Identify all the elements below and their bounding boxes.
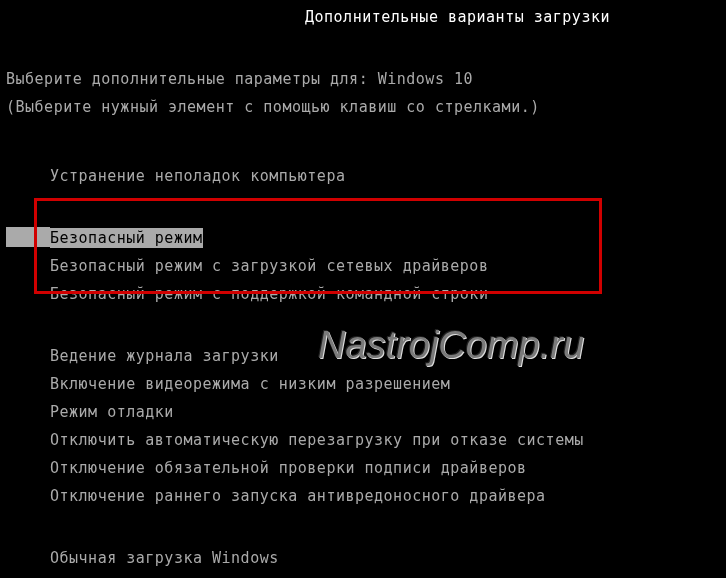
option-repair-computer[interactable]: Устранение неполадок компьютера — [6, 162, 584, 190]
option-debug-mode[interactable]: Режим отладки — [6, 398, 584, 426]
option-low-res-video[interactable]: Включение видеорежима с низким разрешени… — [6, 370, 584, 398]
option-safe-mode-networking[interactable]: Безопасный режим с загрузкой сетевых дра… — [6, 252, 584, 280]
option-safe-mode-command-prompt[interactable]: Безопасный режим с поддержкой командной … — [6, 280, 584, 308]
option-disable-driver-sig[interactable]: Отключение обязательной проверки подписи… — [6, 454, 584, 482]
prompt-line: Выберите дополнительные параметры для: W… — [6, 72, 473, 87]
option-start-windows-normally[interactable]: Обычная загрузка Windows — [6, 544, 584, 572]
option-disable-auto-restart[interactable]: Отключить автоматическую перезагрузку пр… — [6, 426, 584, 454]
hint-line: (Выберите нужный элемент с помощью клави… — [6, 100, 540, 115]
boot-options-list[interactable]: Устранение неполадок компьютера Безопасн… — [6, 162, 584, 572]
os-name: Windows 10 — [378, 70, 473, 88]
option-boot-logging[interactable]: Ведение журнала загрузки — [6, 342, 584, 370]
option-disable-early-antimalware[interactable]: Отключение раннего запуска антивредоносн… — [6, 482, 584, 510]
page-title: Дополнительные варианты загрузки — [0, 10, 726, 25]
boot-options-screen: Дополнительные варианты загрузки Выберит… — [0, 0, 726, 578]
option-safe-mode[interactable]: Безопасный режим — [6, 224, 584, 252]
